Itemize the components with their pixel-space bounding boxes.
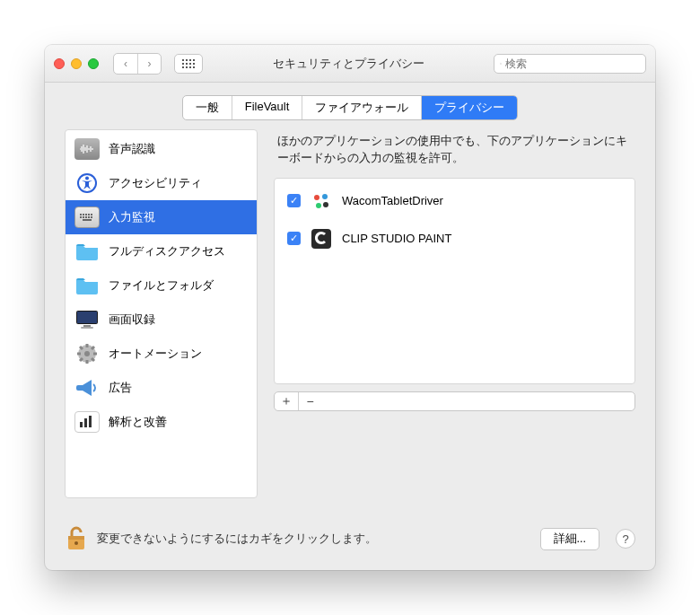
tab-general[interactable]: 一般	[183, 96, 232, 119]
svg-rect-40	[68, 536, 84, 540]
sidebar-item-label: オートメーション	[109, 346, 202, 362]
sidebar-item-analytics[interactable]: 解析と改善	[66, 405, 257, 439]
tab-privacy[interactable]: プライバシー	[422, 96, 517, 119]
svg-rect-6	[80, 214, 82, 215]
search-icon	[500, 58, 502, 69]
privacy-sidebar[interactable]: 音声認識 アクセシビリティ 入力監視 フルディスクアクセス	[65, 129, 258, 498]
sidebar-item-label: 解析と改善	[109, 414, 167, 430]
sidebar-item-speech[interactable]: 音声認識	[66, 132, 257, 166]
content-area: 音声認識 アクセシビリティ 入力監視 フルディスクアクセス	[45, 129, 655, 511]
remove-button[interactable]: −	[298, 392, 321, 410]
svg-rect-7	[83, 214, 84, 215]
svg-rect-18	[77, 312, 97, 323]
search-field[interactable]	[494, 54, 646, 74]
details-button[interactable]: 詳細...	[540, 528, 599, 550]
svg-rect-9	[88, 214, 90, 215]
traffic-lights	[54, 58, 99, 69]
sidebar-item-fulldisk[interactable]: フルディスクアクセス	[66, 234, 257, 268]
grid-icon	[182, 59, 195, 68]
svg-rect-32	[84, 418, 87, 427]
app-name: CLIP STUDIO PAINT	[342, 232, 451, 245]
nav-back-forward: ‹ ›	[113, 53, 162, 75]
svg-point-4	[85, 177, 89, 180]
megaphone-icon	[74, 377, 100, 399]
tab-bar: 一般 FileVault ファイアウォール プライバシー	[45, 83, 655, 129]
svg-line-29	[80, 358, 83, 361]
right-pane: ほかのアプリケーションの使用中でも、下のアプリケーションにキーボードからの入力の…	[274, 129, 635, 498]
lock-icon[interactable]	[65, 525, 88, 552]
add-remove-control: ＋ −	[274, 391, 635, 411]
zoom-window[interactable]	[88, 58, 99, 69]
app-checkbox[interactable]: ✓	[287, 194, 301, 207]
svg-rect-14	[88, 216, 90, 218]
bars-icon	[74, 411, 100, 433]
svg-point-37	[323, 202, 328, 207]
sidebar-item-screen[interactable]: 画面収録	[66, 303, 257, 337]
svg-line-28	[92, 358, 94, 361]
svg-point-41	[74, 541, 78, 545]
waveform-icon	[74, 138, 100, 160]
pane-description: ほかのアプリケーションの使用中でも、下のアプリケーションにキーボードからの入力の…	[274, 129, 635, 178]
preferences-window: ‹ › セキュリティとプライバシー 一般 FileVault ファイアウォール …	[45, 45, 655, 570]
sidebar-item-label: フルディスクアクセス	[109, 243, 225, 259]
keyboard-icon	[74, 206, 100, 228]
sidebar-item-input-monitoring[interactable]: 入力監視	[66, 200, 257, 234]
footer: 変更できないようにするにはカギをクリックします。 詳細... ?	[45, 511, 655, 570]
tab-filevault[interactable]: FileVault	[232, 96, 303, 119]
sidebar-item-automation[interactable]: オートメーション	[66, 337, 257, 371]
svg-rect-33	[89, 416, 92, 427]
sidebar-item-label: 入力監視	[109, 209, 155, 225]
app-name: WacomTabletDriver	[342, 194, 443, 207]
svg-rect-11	[80, 216, 82, 218]
svg-rect-19	[83, 325, 91, 327]
svg-rect-10	[91, 214, 92, 215]
sidebar-item-label: 広告	[109, 380, 132, 396]
tab-firewall[interactable]: ファイアウォール	[302, 96, 422, 119]
sidebar-item-accessibility[interactable]: アクセシビリティ	[66, 166, 257, 200]
svg-line-27	[80, 347, 83, 349]
svg-line-1	[501, 64, 502, 65]
clipstudio-icon	[310, 227, 333, 250]
app-checkbox[interactable]: ✓	[287, 232, 301, 245]
sidebar-item-label: ファイルとフォルダ	[109, 277, 214, 294]
gear-icon	[74, 343, 100, 365]
svg-rect-16	[83, 219, 92, 221]
minimize-window[interactable]	[71, 58, 82, 69]
show-all-button[interactable]	[174, 54, 203, 74]
close-window[interactable]	[54, 58, 65, 69]
tab-group: 一般 FileVault ファイアウォール プライバシー	[182, 95, 519, 120]
svg-rect-15	[91, 216, 92, 218]
svg-point-22	[84, 351, 90, 356]
window-title: セキュリティとプライバシー	[210, 56, 486, 72]
sidebar-item-ads[interactable]: 広告	[66, 371, 257, 405]
accessibility-icon	[74, 172, 100, 194]
app-list[interactable]: ✓ WacomTabletDriver ✓ CLIP STUDIO PAINT	[274, 178, 635, 384]
svg-rect-8	[85, 214, 87, 215]
sidebar-item-files[interactable]: ファイルとフォルダ	[66, 268, 257, 303]
wacom-icon	[310, 189, 333, 213]
svg-point-35	[322, 194, 328, 199]
svg-rect-31	[80, 422, 83, 427]
folder-icon	[74, 241, 100, 262]
folder-icon	[74, 275, 100, 296]
titlebar: ‹ › セキュリティとプライバシー	[45, 45, 655, 83]
svg-point-0	[500, 63, 501, 64]
sidebar-item-label: 音声認識	[109, 141, 155, 157]
app-row[interactable]: ✓ CLIP STUDIO PAINT	[275, 220, 634, 258]
lock-description: 変更できないようにするにはカギをクリックします。	[97, 532, 531, 547]
add-button[interactable]: ＋	[275, 392, 298, 410]
svg-rect-13	[85, 216, 87, 218]
nav-back[interactable]: ‹	[114, 54, 137, 74]
sidebar-item-label: アクセシビリティ	[109, 175, 202, 191]
monitor-icon	[74, 309, 100, 330]
svg-line-30	[92, 347, 94, 349]
svg-point-34	[314, 195, 319, 200]
nav-forward[interactable]: ›	[137, 54, 161, 74]
help-button[interactable]: ?	[616, 529, 635, 549]
svg-rect-20	[81, 327, 93, 329]
svg-point-36	[316, 203, 321, 208]
svg-rect-12	[83, 216, 84, 218]
app-row[interactable]: ✓ WacomTabletDriver	[275, 182, 634, 220]
sidebar-item-label: 画面収録	[109, 312, 155, 328]
search-input[interactable]	[505, 57, 640, 70]
